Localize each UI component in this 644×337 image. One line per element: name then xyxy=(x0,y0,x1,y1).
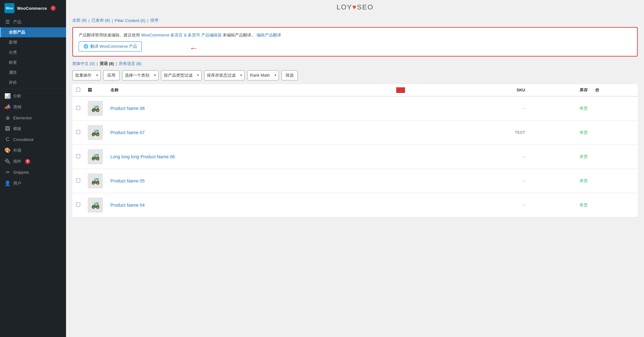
table-row: 🚜 Product Name 07 TEST 有货 xyxy=(72,120,638,144)
row-stock-cell: 有货 xyxy=(529,169,591,193)
sidebar-plugins[interactable]: 🔌 插件 9 xyxy=(0,156,66,167)
row-checkbox[interactable] xyxy=(76,130,80,134)
product-name-link[interactable]: Product Name 07 xyxy=(110,130,145,135)
product-type-select[interactable]: 按产品类型过滤 xyxy=(161,70,202,80)
sidebar-section-products[interactable]: ☰ 产品 xyxy=(0,16,66,27)
row-checkbox[interactable] xyxy=(76,154,80,158)
product-name-link[interactable]: Product Name 08 xyxy=(110,106,145,111)
th-sku[interactable]: SKU xyxy=(458,84,529,96)
row-price-cell xyxy=(591,169,638,193)
sidebar-item-attributes[interactable]: 属性 xyxy=(0,68,66,78)
rank-math-wrapper: Rank Math ▾ xyxy=(247,70,279,80)
sep1: | xyxy=(89,18,90,23)
lang-tab-chinese[interactable]: 简体中文 (0) xyxy=(72,61,95,67)
apply-button[interactable]: 应用 xyxy=(103,70,119,80)
category-label: 分类 xyxy=(9,50,17,55)
th-price[interactable]: 价 xyxy=(591,84,638,96)
sidebar-item-reviews[interactable]: 评价 xyxy=(0,78,66,88)
rank-math-select[interactable]: Rank Math xyxy=(247,70,279,80)
row-flag-cell xyxy=(392,144,458,169)
row-checkbox[interactable] xyxy=(76,106,80,110)
filter-button[interactable]: 筛选 xyxy=(281,70,298,80)
sidebar-products-label: 产品 xyxy=(13,19,21,25)
row-price-cell xyxy=(591,144,638,169)
products-icon: ☰ xyxy=(4,19,11,25)
notice-editor-link[interactable]: WooCommerce 多语言 & 多货币 产品编辑器 xyxy=(141,33,222,37)
row-checkbox[interactable] xyxy=(76,203,80,207)
row-sku-cell: – xyxy=(458,96,529,120)
sidebar-users[interactable]: 👤 用户 xyxy=(0,178,66,189)
watermark: LOY♥SEO xyxy=(66,0,644,14)
sidebar-snippets[interactable]: ✂ Snippets xyxy=(0,167,66,178)
row-checkbox-cell xyxy=(72,144,84,169)
sidebar-appearance[interactable]: 🎨 外观 xyxy=(0,145,66,156)
product-sku: – xyxy=(523,203,525,207)
users-label: 用户 xyxy=(13,181,21,186)
sidebar-crocoblock[interactable]: C Crocoblock xyxy=(0,134,66,145)
elementor-icon: ⊕ xyxy=(4,115,11,121)
row-checkbox-cell xyxy=(72,120,84,144)
crocoblock-label: Crocoblock xyxy=(13,137,34,142)
product-thumbnail: 🚜 xyxy=(88,101,103,116)
stock-status-select[interactable]: 按库存状态过滤 xyxy=(204,70,245,80)
sidebar-logo[interactable]: Woo WooCommerce ! xyxy=(0,0,66,16)
translate-button-label: 翻译 WooCommerce 产品 xyxy=(90,44,137,49)
table-row: 🚜 Long long long Product Name 06 – 有货 xyxy=(72,144,638,169)
row-price-cell xyxy=(591,193,638,217)
plugins-badge: 9 xyxy=(25,159,30,164)
select-all-checkbox[interactable] xyxy=(76,88,80,92)
main-content: LOY♥SEO 全部 (8) | 已发布 (8) | Pillar Conten… xyxy=(66,0,644,337)
translate-button[interactable]: 🌐 翻译 WooCommerce 产品 xyxy=(79,41,142,52)
th-name[interactable]: 名称 xyxy=(107,84,392,96)
category-select[interactable]: 选择一个类别 xyxy=(122,70,158,80)
table-row: 🚜 Product Name 08 – 有货 xyxy=(72,96,638,120)
templates-label: 模板 xyxy=(13,126,21,132)
marketing-icon: 📣 xyxy=(4,104,11,110)
flag-icon xyxy=(396,87,405,93)
row-checkbox[interactable] xyxy=(76,178,80,182)
lang-tab-english[interactable]: 英语 (8) xyxy=(100,61,114,67)
translate-icon: 🌐 xyxy=(83,44,88,49)
tab-sort[interactable]: 排序 xyxy=(150,18,158,23)
product-name-link[interactable]: Product Name 04 xyxy=(110,203,145,208)
tab-all[interactable]: 全部 (8) xyxy=(72,18,87,23)
row-img-cell: 🚜 xyxy=(84,144,107,169)
appearance-icon: 🎨 xyxy=(4,147,11,153)
sidebar-templates[interactable]: 🖼 模板 xyxy=(0,123,66,134)
sep3: | xyxy=(147,18,148,23)
sidebar-item-all-products[interactable]: 全部产品 xyxy=(0,27,66,37)
th-stock[interactable]: 库存 xyxy=(529,84,591,96)
sidebar-item-tags[interactable]: 标签 xyxy=(0,57,66,68)
row-name-cell: Long long long Product Name 06 xyxy=(107,144,392,169)
row-name-cell: Product Name 08 xyxy=(107,96,392,120)
table-row: 🚜 Product Name 04 – 有货 xyxy=(72,193,638,217)
product-thumbnail: 🚜 xyxy=(88,149,103,164)
lang-tab-all[interactable]: 所有语言 (8) xyxy=(119,61,142,67)
row-sku-cell: TEST xyxy=(458,120,529,144)
sidebar-item-new[interactable]: 新增 xyxy=(0,37,66,47)
tab-pillar[interactable]: Pillar Content (0) xyxy=(115,18,146,23)
product-thumbnail: 🚜 xyxy=(88,125,103,140)
attributes-label: 属性 xyxy=(9,70,17,75)
product-name-link[interactable]: Product Name 05 xyxy=(110,178,145,183)
notice-edit-link[interactable]: 编辑产品翻译 xyxy=(257,33,281,37)
sidebar-marketing[interactable]: 📣 营销 xyxy=(0,101,66,112)
product-sku: TEST xyxy=(515,130,525,135)
row-img-cell: 🚜 xyxy=(84,193,107,217)
row-stock-cell: 有货 xyxy=(529,120,591,144)
sidebar-elementor[interactable]: ⊕ Elementor xyxy=(0,112,66,123)
row-img-cell: 🚜 xyxy=(84,169,107,193)
stock-status: 有货 xyxy=(580,106,588,111)
product-name-link[interactable]: Long long long Product Name 06 xyxy=(110,154,175,159)
toolbar: 批量操作 ▾ 应用 选择一个类别 ▾ 按产品类型过滤 ▾ 按库存状态过滤 xyxy=(72,70,638,80)
lang-sep2: | xyxy=(116,61,117,66)
bulk-action-select[interactable]: 批量操作 xyxy=(72,70,101,80)
row-stock-cell: 有货 xyxy=(529,193,591,217)
row-price-cell xyxy=(591,120,638,144)
sidebar-analytics[interactable]: 📊 分析 xyxy=(0,90,66,101)
brand-badge: ! xyxy=(51,6,56,11)
tab-published[interactable]: 已发布 (8) xyxy=(92,18,110,23)
appearance-label: 外观 xyxy=(13,148,21,153)
row-checkbox-cell xyxy=(72,96,84,120)
sidebar-item-category[interactable]: 分类 xyxy=(0,47,66,57)
